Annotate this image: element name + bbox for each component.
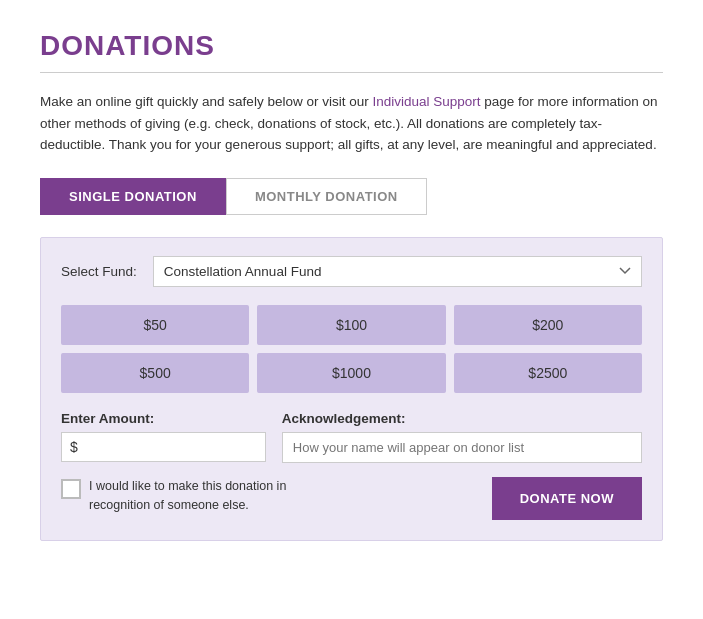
acknowledgement-label: Acknowledgement: [282, 411, 642, 426]
amount-2500[interactable]: $2500 [454, 353, 642, 393]
fund-select[interactable]: Constellation Annual Fund General Fund E… [153, 256, 642, 287]
recognition-row: I would like to make this donation in re… [61, 477, 642, 520]
amount-50[interactable]: $50 [61, 305, 249, 345]
acknowledgement-col: Acknowledgement: [282, 411, 642, 463]
bottom-row: Enter Amount: $ Acknowledgement: [61, 411, 642, 463]
acknowledgement-input[interactable] [282, 432, 642, 463]
amount-grid: $50 $100 $200 $500 $1000 $2500 [61, 305, 642, 393]
intro-text-part1: Make an online gift quickly and safely b… [40, 94, 372, 109]
amount-input-wrapper: $ [61, 432, 266, 462]
fund-label: Select Fund: [61, 264, 137, 279]
enter-amount-label: Enter Amount: [61, 411, 266, 426]
recognition-checkbox[interactable] [61, 479, 81, 499]
tab-single-donation[interactable]: SINGLE DONATION [40, 178, 226, 215]
individual-support-link[interactable]: Individual Support [372, 94, 480, 109]
donation-form: Select Fund: Constellation Annual Fund G… [40, 237, 663, 541]
recognition-left: I would like to make this donation in re… [61, 477, 309, 515]
recognition-text: I would like to make this donation in re… [89, 477, 309, 515]
amount-500[interactable]: $500 [61, 353, 249, 393]
amount-200[interactable]: $200 [454, 305, 642, 345]
donate-now-button[interactable]: DONATE NOW [492, 477, 642, 520]
fund-row: Select Fund: Constellation Annual Fund G… [61, 256, 642, 287]
amount-1000[interactable]: $1000 [257, 353, 445, 393]
tab-monthly-donation[interactable]: MONTHLY DONATION [226, 178, 427, 215]
page-container: DONATIONS Make an online gift quickly an… [0, 0, 703, 571]
tabs-container: SINGLE DONATION MONTHLY DONATION [40, 178, 663, 215]
enter-amount-col: Enter Amount: $ [61, 411, 266, 463]
intro-text: Make an online gift quickly and safely b… [40, 91, 663, 156]
amount-100[interactable]: $100 [257, 305, 445, 345]
divider [40, 72, 663, 73]
dollar-sign: $ [70, 439, 78, 455]
amount-input[interactable] [82, 439, 257, 455]
page-title: DONATIONS [40, 30, 663, 62]
